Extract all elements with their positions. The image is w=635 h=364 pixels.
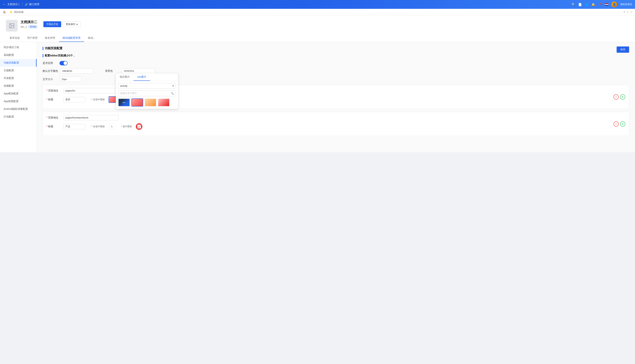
- expand-icon[interactable]: ⤢: [630, 11, 632, 14]
- popup-body: activity ▾ 搜索目录下图片 🔍 ETF: [116, 81, 178, 109]
- remove-page-button-1[interactable]: −: [613, 94, 619, 100]
- popup-image-item-3[interactable]: [145, 98, 156, 106]
- refresh-icon[interactable]: ↺: [623, 11, 625, 14]
- page-address-input-2[interactable]: [63, 115, 119, 120]
- document-icon[interactable]: 📄: [578, 2, 582, 6]
- favorites-star-icon[interactable]: ⭐: [10, 11, 13, 14]
- title-input-1[interactable]: [63, 97, 86, 102]
- tab-user-management[interactable]: 用户管理: [24, 34, 41, 42]
- breadcrumb-actions: ↺ ∨ ⤢: [623, 11, 632, 14]
- sidebar-item-package[interactable]: 打包配置: [0, 113, 37, 121]
- enable-toggle[interactable]: [60, 61, 68, 66]
- sidebar-item-dependency[interactable]: 依赖配置: [0, 82, 37, 90]
- home-icon[interactable]: 🏠: [3, 11, 6, 14]
- font-size-input[interactable]: [60, 76, 82, 82]
- breadcrumb-bar: 🏠 / ⭐ 我的收藏 ↺ ∨ ⤢: [0, 9, 635, 16]
- project-info: 文档演示二 doc_2 移动端 可视化开发 更多操作 ▾: [6, 20, 629, 32]
- sidebar-item-theme[interactable]: 主题配置: [0, 67, 37, 74]
- sidebar-item-sync[interactable]: 同步项目工程: [0, 44, 37, 51]
- project-header: 文档演示二 doc_2 移动端 可视化开发 更多操作 ▾ 基本信息 用户管理 角…: [0, 16, 635, 42]
- page-address-label-1: 页面地址: [47, 89, 61, 92]
- link-icon: 🔗: [25, 3, 28, 6]
- remove-page-button-2[interactable]: −: [613, 122, 619, 126]
- image-thumb-2: [132, 99, 143, 106]
- app-title: 文档演示二: [7, 3, 20, 6]
- font-size-label: 文字大小: [43, 78, 57, 81]
- svg-point-1: [11, 24, 11, 25]
- main-tabs: 基本信息 用户管理 角色管理 移动端配置管理 移动...: [6, 34, 629, 42]
- title-label-2: 标题: [47, 125, 61, 128]
- selected-icon-button-2[interactable]: 📈: [136, 123, 142, 130]
- bg-color-label: 背景色: [105, 70, 120, 73]
- language-flag[interactable]: [605, 3, 608, 6]
- unselected-icon-label-2: * 未选中图标: [91, 125, 105, 128]
- popup-folder-select[interactable]: activity ▾: [118, 83, 176, 88]
- bg-color-input[interactable]: [122, 68, 155, 74]
- sidebar-item-app-module[interactable]: App模块配置: [0, 90, 37, 98]
- selected-icon-label-2: * 选中图标: [121, 125, 132, 128]
- add-page-button-1[interactable]: +: [620, 94, 625, 100]
- sidebar-item-feature-page[interactable]: 功能页面配置: [0, 59, 37, 67]
- sidebar-item-app-permissions[interactable]: App权限配置: [0, 98, 37, 105]
- page-item-2: 页面地址 标题 * 未选中图标 ↻ * 选中图标 📈 − +: [43, 112, 629, 136]
- popup-image-grid: ETF: [118, 98, 176, 106]
- back-arrow-icon[interactable]: ←: [3, 3, 6, 6]
- sidebar: 同步项目工程 基础配置 功能页面配置 主题配置 开发配置 依赖配置 App模块配…: [0, 42, 37, 152]
- unselected-icon-label-1: * 未选中图标: [91, 98, 105, 101]
- color-row: 默认文字颜色 背景色: [43, 68, 629, 74]
- avatar[interactable]: 👤: [611, 2, 617, 7]
- tab-mobile-config[interactable]: 移动端配置管理: [59, 34, 84, 42]
- sidebar-item-basic-config[interactable]: 基础配置: [0, 51, 37, 59]
- tab-mobile-more[interactable]: 移动...: [84, 34, 99, 42]
- project-details: 文档演示二 doc_2 移动端: [21, 20, 38, 28]
- project-id: doc_2: [21, 25, 27, 28]
- tab-basic-info[interactable]: 基本信息: [6, 34, 24, 42]
- action-buttons-1: − +: [613, 94, 625, 100]
- image-thumb-4: [158, 99, 169, 106]
- nav-interface-management[interactable]: 🔗 接口管理: [25, 3, 39, 6]
- add-page-button-2[interactable]: +: [620, 122, 625, 126]
- help-icon[interactable]: ❓: [598, 2, 602, 6]
- text-color-input[interactable]: [60, 68, 93, 74]
- tab-role-management[interactable]: 角色管理: [41, 34, 59, 42]
- section-title: 功能页面配置: [43, 46, 629, 50]
- select-chevron-icon: ▾: [173, 84, 174, 87]
- circle-arrow-icon: ↻: [111, 125, 113, 128]
- search-icon[interactable]: 🔍: [572, 2, 575, 6]
- image-thumb-3: [145, 99, 156, 106]
- project-meta: doc_2 移动端: [21, 25, 38, 28]
- more-actions-button[interactable]: 更多操作 ▾: [63, 21, 81, 27]
- text-color-label: 默认文字颜色: [43, 70, 58, 73]
- visualize-button[interactable]: 可视化开发: [43, 21, 61, 27]
- nav-label: 接口管理: [29, 3, 39, 6]
- tabbar-section-title: 配置tabbar页面(最少2个，: [43, 54, 629, 57]
- chevron-down-icon[interactable]: ∨: [627, 11, 628, 14]
- globe-icon[interactable]: 🌐: [585, 2, 588, 6]
- user-name: 系统管理员: [620, 3, 632, 6]
- popup-image-item-2[interactable]: [131, 98, 143, 106]
- page-address-input-1[interactable]: [63, 88, 119, 93]
- popup-image-item-1[interactable]: ETF: [118, 98, 130, 106]
- enable-label: 是否启用: [43, 62, 57, 65]
- save-button[interactable]: 保存: [617, 46, 629, 53]
- title-icon-row-2: 标题 * 未选中图标 ↻ * 选中图标 📈: [47, 123, 625, 130]
- popup-tab-project-images[interactable]: 项目图片: [116, 74, 134, 81]
- project-badge: 移动端: [29, 25, 38, 28]
- sidebar-item-android-privacy[interactable]: Android隐私弹窗配置: [0, 105, 37, 113]
- page-address-label-2: 页面地址: [47, 116, 61, 119]
- image-thumb-1: ETF: [119, 99, 130, 106]
- content-area: 保存 功能页面配置 配置tabbar页面(最少2个， 是否启用 默认文字颜色 背…: [37, 42, 635, 152]
- sidebar-item-dev-config[interactable]: 开发配置: [0, 74, 37, 82]
- image-picker-popup: 项目图片 oss图片 activity ▾ 搜索目录下图片 🔍 ETF: [116, 73, 178, 109]
- project-icon: [6, 20, 18, 32]
- popup-image-item-4[interactable]: [158, 98, 170, 106]
- app-logo-area[interactable]: ← 文档演示二: [3, 3, 20, 6]
- search-icon[interactable]: 🔍: [171, 92, 174, 95]
- breadcrumb-label: 我的收藏: [14, 10, 24, 14]
- popup-tabs: 项目图片 oss图片: [116, 74, 178, 81]
- title-input-2[interactable]: [63, 124, 86, 129]
- bell-icon[interactable]: 🔔: [591, 2, 595, 6]
- unselected-icon-display-2[interactable]: ↻: [109, 123, 115, 130]
- project-actions: 可视化开发 更多操作 ▾: [43, 21, 81, 27]
- popup-tab-oss-images[interactable]: oss图片: [134, 74, 150, 81]
